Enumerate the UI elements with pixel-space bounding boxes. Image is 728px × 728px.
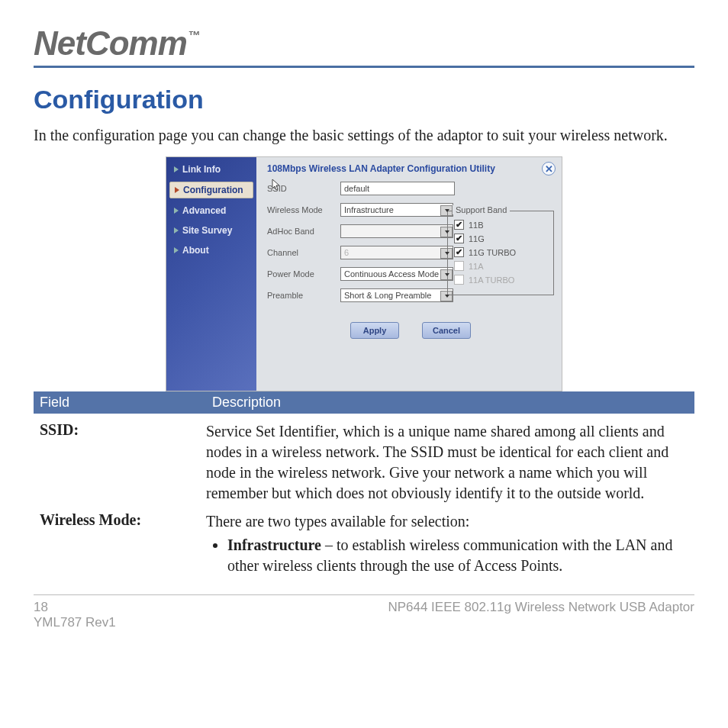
- channel-select-wrap: [340, 246, 455, 259]
- trademark-symbol: ™: [188, 29, 200, 43]
- band-label: 11A: [469, 262, 484, 271]
- sidebar-item-label: About: [182, 245, 209, 256]
- band-label: 11B: [469, 221, 484, 230]
- band-row: 11G: [454, 234, 547, 243]
- sidebar-item-label: Configuration: [183, 185, 243, 195]
- chevron-right-icon: [174, 166, 179, 172]
- support-band-group: Support Band 11B 11G 11G TURBO: [447, 211, 554, 295]
- close-icon: ✕: [545, 163, 553, 175]
- channel-select[interactable]: [340, 246, 453, 259]
- table-header: Field Description: [34, 391, 694, 414]
- sidebar-item-site-survey[interactable]: Site Survey: [169, 223, 253, 238]
- chevron-right-icon: [174, 227, 179, 234]
- sidebar-item-label: Link Info: [182, 164, 221, 175]
- list-item: Infrastructure – to establish wireless c…: [227, 535, 688, 576]
- field-description: There are two types available for select…: [206, 511, 688, 581]
- ssid-label: SSID: [267, 184, 334, 193]
- page-title: Configuration: [34, 85, 694, 114]
- band-label: 11G: [469, 234, 485, 243]
- channel-label: Channel: [267, 248, 334, 257]
- product-name: NP644 IEEE 802.11g Wireless Network USB …: [388, 600, 694, 630]
- field-description: Service Set Identifier, which is a uniqu…: [206, 421, 688, 504]
- preamble-select-wrap: [340, 288, 455, 302]
- intro-paragraph: In the configuration page you can change…: [34, 125, 694, 146]
- table-row: SSID: Service Set Identifier, which is a…: [34, 414, 694, 504]
- footer-left: 18 YML787 Rev1: [34, 600, 116, 630]
- button-row: Apply Cancel: [267, 322, 554, 339]
- page-footer: 18 YML787 Rev1 NP644 IEEE 802.11g Wirele…: [34, 594, 694, 630]
- content-panel: 108Mbps Wireless LAN Adapter Configurati…: [256, 157, 562, 391]
- preamble-label: Preamble: [267, 291, 334, 300]
- brand-text: NetComm: [34, 24, 187, 63]
- cancel-button[interactable]: Cancel: [422, 322, 471, 339]
- band-label: 11G TURBO: [469, 248, 516, 257]
- wireless-mode-select[interactable]: [340, 203, 453, 217]
- bullet-bold: Infrastructure: [227, 536, 321, 553]
- brand-logo: NetComm ™: [34, 24, 694, 63]
- desc-intro: There are two types available for select…: [206, 513, 469, 530]
- sidebar-item-label: Site Survey: [182, 225, 232, 236]
- table-header-field: Field: [34, 391, 206, 414]
- chevron-right-icon: [174, 247, 179, 253]
- power-mode-select-wrap: [340, 267, 455, 281]
- field-name: SSID:: [40, 421, 206, 504]
- window-title: 108Mbps Wireless LAN Adapter Configurati…: [267, 163, 554, 174]
- table-row: Wireless Mode: There are two types avail…: [34, 504, 694, 581]
- ssid-input[interactable]: [340, 182, 455, 195]
- band-row: 11B: [454, 220, 547, 230]
- close-button[interactable]: ✕: [542, 162, 556, 176]
- band-label: 11A TURBO: [469, 275, 514, 285]
- page-number: 18: [34, 600, 116, 615]
- checkbox-11a[interactable]: [454, 261, 464, 271]
- chevron-right-icon: [175, 187, 179, 193]
- power-mode-label: Power Mode: [267, 269, 334, 279]
- field-name: Wireless Mode:: [40, 511, 206, 581]
- checkbox-11g[interactable]: [454, 234, 464, 243]
- sidebar-item-configuration[interactable]: Configuration: [169, 182, 253, 198]
- checkbox-11b[interactable]: [454, 220, 464, 230]
- sidebar-item-label: Advanced: [182, 205, 226, 216]
- power-mode-select[interactable]: [340, 267, 453, 281]
- band-row: 11A TURBO: [454, 275, 547, 285]
- header-rule: [34, 66, 694, 68]
- band-row: 11A: [454, 261, 547, 271]
- wireless-mode-label: Wireless Mode: [267, 205, 334, 214]
- sidebar-item-link-info[interactable]: Link Info: [169, 162, 253, 177]
- adhoc-band-select-wrap: [340, 224, 455, 238]
- checkbox-11a-turbo[interactable]: [454, 275, 464, 285]
- adhoc-band-label: AdHoc Band: [267, 227, 334, 236]
- bullet-list: Infrastructure – to establish wireless c…: [206, 535, 688, 576]
- checkbox-11g-turbo[interactable]: [454, 247, 464, 257]
- band-row: 11G TURBO: [454, 247, 547, 257]
- apply-button[interactable]: Apply: [350, 322, 399, 339]
- chevron-right-icon: [174, 208, 179, 214]
- screenshot-container: Link Info Configuration Advanced Site Su…: [34, 156, 694, 391]
- adhoc-band-select[interactable]: [340, 224, 453, 238]
- app-window: Link Info Configuration Advanced Site Su…: [166, 156, 562, 391]
- table-header-description: Description: [206, 391, 694, 414]
- wireless-mode-select-wrap: [340, 203, 455, 217]
- support-band-legend: Support Band: [453, 205, 510, 214]
- sidebar-item-advanced[interactable]: Advanced: [169, 203, 253, 218]
- sidebar: Link Info Configuration Advanced Site Su…: [166, 157, 256, 391]
- revision-code: YML787 Rev1: [34, 615, 116, 630]
- sidebar-item-about[interactable]: About: [169, 243, 253, 258]
- preamble-select[interactable]: [340, 288, 453, 302]
- document-page: NetComm ™ Configuration In the configura…: [0, 0, 728, 728]
